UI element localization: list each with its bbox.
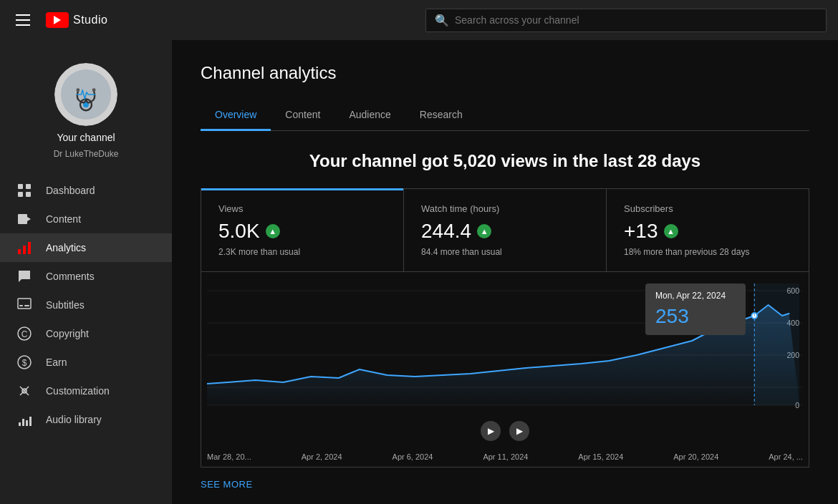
sidebar-item-label: Dashboard [46,185,95,196]
stat-subtitle-subscribers: 18% more than previous 28 days [624,247,791,257]
sidebar-item-audio-library[interactable]: Audio library [0,405,172,434]
chart-x-labels: Mar 28, 20... Apr 2, 2024 Apr 6, 2024 Ap… [207,447,803,461]
svg-rect-5 [18,184,23,189]
subscribers-up-arrow: ▲ [664,224,678,238]
stat-value-subscribers: +13 ▲ [624,220,791,243]
stat-label-views: Views [218,203,386,214]
chart-prev-button[interactable]: ▶ [481,421,501,441]
audio-icon [17,412,32,427]
channel-info: Your channel Dr LukeTheDuke [0,52,172,176]
sidebar-item-label: Analytics [46,242,86,253]
stat-label-watch-time: Watch time (hours) [421,203,589,214]
svg-rect-11 [18,249,21,254]
sidebar-item-customization[interactable]: Customization [0,377,172,405]
tab-research[interactable]: Research [405,100,477,131]
stat-label-subscribers: Subscribers [624,203,791,214]
views-up-arrow: ▲ [266,224,280,238]
svg-text:C: C [21,329,28,339]
x-label-3: Apr 11, 2024 [483,452,528,461]
x-label-6: Apr 24, ... [769,452,803,461]
sidebar-item-analytics[interactable]: Analytics [0,233,172,262]
tab-content[interactable]: Content [271,100,334,131]
sidebar: Your channel Dr LukeTheDuke Dashboard Co… [0,40,172,504]
sidebar-item-dashboard[interactable]: Dashboard [0,176,172,205]
channel-name: Your channel [57,132,115,143]
svg-point-4 [92,88,96,92]
sidebar-item-comments[interactable]: Comments [0,262,172,291]
sidebar-item-earn[interactable]: $ Earn [0,348,172,377]
sidebar-item-content[interactable]: Content [0,205,172,233]
svg-rect-38 [754,284,799,405]
svg-rect-22 [19,422,21,426]
svg-rect-23 [22,419,24,426]
stats-cards: Views 5.0K ▲ 2.3K more than usual Watch … [201,188,809,272]
svg-rect-8 [26,192,31,197]
chart-nav: ▶ ▶ [207,421,803,441]
analytics-tabs: Overview Content Audience Research [201,100,809,131]
tab-overview[interactable]: Overview [201,100,271,131]
see-more-link[interactable]: SEE MORE [201,467,253,490]
x-label-5: Apr 20, 2024 [673,452,718,461]
search-bar[interactable]: 🔍 [425,9,827,32]
analytics-headline: Your channel got 5,020 views in the last… [201,131,809,188]
x-label-1: Apr 2, 2024 [302,452,342,461]
svg-rect-9 [18,214,27,224]
chart-wrap: Mon, Apr 22, 2024 253 600 400 200 0 [207,284,803,415]
youtube-icon [46,12,69,28]
stat-subtitle-views: 2.3K more than usual [218,247,386,257]
sidebar-item-label: Subtitles [46,299,85,311]
x-label-0: Mar 28, 20... [207,452,251,461]
sidebar-item-label: Comments [46,271,95,282]
video-icon [17,212,32,226]
top-nav: Studio 🔍 [0,0,838,40]
svg-rect-24 [26,420,28,426]
sidebar-item-label: Earn [46,357,67,368]
stat-value-watch-time: 244.4 ▲ [421,220,589,243]
customization-icon [17,384,32,398]
tooltip-value: 253 [655,305,736,328]
svg-rect-16 [24,305,29,306]
search-input[interactable] [455,14,817,26]
stat-card-watch-time[interactable]: Watch time (hours) 244.4 ▲ 84.4 more tha… [404,189,607,271]
stat-subtitle-watch-time: 84.4 more than usual [421,247,589,257]
svg-rect-15 [19,305,23,306]
svg-text:$: $ [22,358,27,368]
comment-icon [17,269,32,284]
sidebar-item-copyright[interactable]: C Copyright [0,319,172,348]
chart-icon [17,241,32,255]
svg-rect-13 [28,242,31,254]
chart-next-button[interactable]: ▶ [509,421,529,441]
watch-time-up-arrow: ▲ [477,224,491,238]
svg-marker-10 [27,217,31,221]
main-content: Channel analytics Overview Content Audie… [172,40,838,504]
grid-icon [17,183,32,198]
svg-rect-7 [18,192,23,197]
avatar [54,63,117,126]
sidebar-item-label: Audio library [46,414,102,425]
channel-handle: Dr LukeTheDuke [54,149,119,159]
svg-rect-14 [18,299,31,309]
stat-value-views: 5.0K ▲ [218,220,386,243]
stat-card-views[interactable]: Views 5.0K ▲ 2.3K more than usual [201,189,404,271]
x-label-2: Apr 6, 2024 [392,452,433,461]
subtitles-icon [17,298,32,312]
chart-container: Mon, Apr 22, 2024 253 600 400 200 0 [201,272,809,467]
tab-audience[interactable]: Audience [334,100,405,131]
sidebar-item-subtitles[interactable]: Subtitles [0,291,172,319]
search-icon: 🔍 [435,14,449,27]
chart-tooltip: Mon, Apr 22, 2024 253 [645,284,746,335]
copyright-icon: C [17,326,32,341]
svg-rect-6 [26,184,31,189]
sidebar-item-label: Copyright [46,328,89,339]
tooltip-date: Mon, Apr 22, 2024 [655,291,736,301]
logo-area: Studio [46,12,107,28]
earn-icon: $ [17,355,32,369]
x-label-4: Apr 15, 2024 [578,452,623,461]
hamburger-menu[interactable] [11,10,34,30]
svg-point-3 [76,88,80,92]
stat-card-subscribers[interactable]: Subscribers +13 ▲ 18% more than previous… [607,189,809,271]
studio-label: Studio [73,14,107,26]
sidebar-item-label: Content [46,213,81,225]
svg-rect-12 [23,246,26,254]
page-title: Channel analytics [201,63,809,83]
